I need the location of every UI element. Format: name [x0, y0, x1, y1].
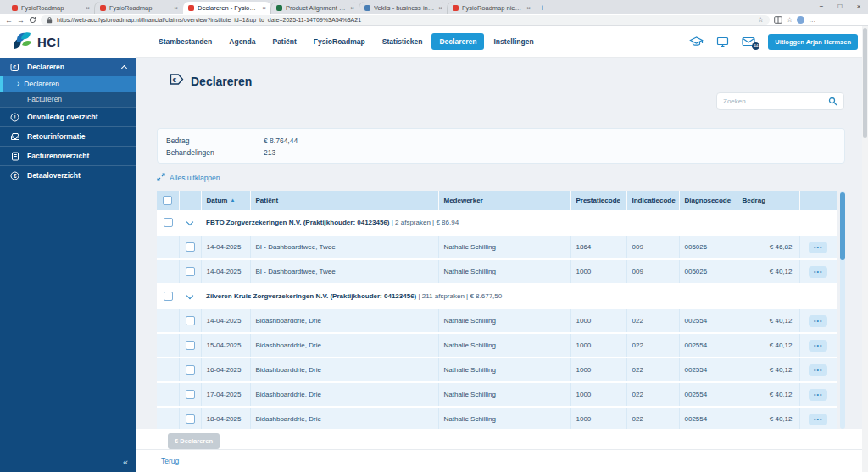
- mail-icon[interactable]: 44: [742, 36, 755, 47]
- nav-item-pati-nt[interactable]: Patiënt: [264, 33, 303, 50]
- sidebar-item-onvolledig-overzicht[interactable]: !Onvolledig overzicht: [0, 107, 136, 126]
- browser-tab-product-alignment-frm-2025-xlsx[interactable]: Product Alignment FRM 2025.xlsx×: [271, 2, 359, 14]
- row-actions-button[interactable]: •••: [809, 414, 827, 425]
- column-header-bedrag[interactable]: Bedrag: [737, 191, 799, 210]
- new-tab-button[interactable]: +: [536, 2, 549, 14]
- collapse-group-icon[interactable]: [186, 292, 193, 299]
- cell-indicatiecode: 009: [626, 235, 679, 259]
- insurer-group-row[interactable]: Zilveren Kruis Zorgverzekeringen N.V. (P…: [157, 284, 837, 308]
- sidebar-subitem-declareren[interactable]: ›Declareren: [0, 76, 136, 92]
- row-checkbox[interactable]: [186, 316, 195, 325]
- row-actions-button[interactable]: •••: [809, 389, 827, 401]
- table-scrollbar[interactable]: [840, 191, 845, 429]
- page-scrollbar[interactable]: [862, 26, 868, 472]
- row-checkbox[interactable]: [186, 242, 195, 252]
- column-header-indicatiecode[interactable]: Indicatiecode: [626, 191, 679, 210]
- cell-indicatiecode: 022: [626, 358, 679, 382]
- window-minimize-button[interactable]: −: [812, 0, 831, 14]
- insurer-group-row[interactable]: FBTO Zorgverzekeringen N.V. (Praktijkhou…: [157, 210, 837, 235]
- cell-diagnosecode: 002554: [679, 358, 737, 382]
- claim-row[interactable]: 14-04-2025BI - Dashboardtwee, TweeNathal…: [157, 235, 837, 259]
- tab-close-icon[interactable]: ×: [350, 4, 354, 12]
- sidebar-item-retourinformatie[interactable]: Retourinformatie: [0, 126, 136, 146]
- tab-close-icon[interactable]: ×: [262, 4, 266, 12]
- row-actions-button[interactable]: •••: [809, 242, 827, 253]
- browser-tab-fysioroadmap[interactable]: FysioRoadmap×: [7, 2, 95, 14]
- url-box[interactable]: https://web-acc.fysioroadmap.nl/financia…: [41, 15, 770, 25]
- table-scrollbar-thumb[interactable]: [840, 192, 845, 260]
- insurer-name: FBTO Zorgverzekeringen N.V. (Praktijkhou…: [206, 219, 390, 226]
- sidebar-item-label: Betaaloverzicht: [27, 171, 81, 180]
- profile-avatar[interactable]: [797, 16, 804, 24]
- claim-row[interactable]: 17-04-2025Bidashboarddrie, DrieNathalie …: [157, 382, 837, 407]
- nav-item-fysioroadmap[interactable]: FysioRoadmap: [306, 33, 373, 50]
- group-expand-cell: [179, 210, 201, 235]
- browser-tab-fysioroadmap-nieuwsbrief-nov[interactable]: FysioRoadmap nieuwsbrief | nov...×: [448, 2, 536, 14]
- split-screen-icon[interactable]: [774, 16, 782, 24]
- url-text[interactable]: https://web-acc.fysioroadmap.nl/financia…: [57, 17, 754, 23]
- row-checkbox[interactable]: [186, 390, 195, 399]
- cell-prestatiecode: 1000: [570, 358, 626, 382]
- favorites-icon[interactable]: ☆: [787, 16, 793, 24]
- row-checkbox[interactable]: [186, 365, 195, 375]
- refresh-icon[interactable]: [29, 16, 36, 24]
- select-all-checkbox[interactable]: [163, 196, 172, 205]
- claims-table: Datum▲PatiëntMedewerkerPrestatiecodeIndi…: [157, 191, 837, 429]
- expand-all-link[interactable]: Alles uitklappen: [157, 173, 220, 183]
- group-meta: | 2 afspraken | € 86,94: [390, 219, 459, 226]
- browser-tab-veklis-business-intelligence-ce[interactable]: Veklis - business intelligence ce...×: [359, 2, 448, 14]
- row-checkbox[interactable]: [186, 267, 195, 276]
- sidebar-item-facturenoverzicht[interactable]: Facturenoverzicht: [0, 146, 136, 165]
- sidebar-subitem-factureren[interactable]: Factureren: [0, 92, 136, 107]
- sidebar-item-betaaloverzicht[interactable]: €Betaaloverzicht: [0, 165, 136, 185]
- logout-button[interactable]: Uitloggen Arjan Hermsen: [768, 34, 858, 50]
- group-checkbox[interactable]: [164, 292, 173, 301]
- svg-text:€: €: [173, 76, 177, 84]
- tab-close-icon[interactable]: ×: [174, 4, 178, 12]
- bookmark-star-icon[interactable]: ☆: [758, 16, 764, 24]
- page-scrollbar-thumb[interactable]: [863, 28, 867, 138]
- nav-item-agenda[interactable]: Agenda: [221, 33, 263, 50]
- tab-close-icon[interactable]: ×: [86, 4, 90, 12]
- claim-row[interactable]: 15-04-2025Bidashboarddrie, DrieNathalie …: [157, 333, 837, 358]
- column-header-pati-nt[interactable]: Patiënt: [250, 191, 438, 210]
- education-icon[interactable]: [689, 36, 704, 47]
- row-actions-button[interactable]: •••: [809, 266, 827, 278]
- row-actions-button[interactable]: •••: [809, 340, 827, 352]
- row-actions-button[interactable]: •••: [809, 315, 827, 327]
- search-icon[interactable]: [828, 94, 837, 109]
- column-header-prestatiecode[interactable]: Prestatiecode: [570, 191, 626, 210]
- sidebar-collapse-button[interactable]: «: [123, 457, 128, 467]
- nav-item-statistieken[interactable]: Statistieken: [375, 33, 431, 50]
- column-header-diagnosecode[interactable]: Diagnosecode: [679, 191, 737, 210]
- nav-item-instellingen[interactable]: Instellingen: [486, 33, 541, 50]
- collapse-group-icon[interactable]: [186, 218, 193, 225]
- cell-diagnosecode: 002554: [679, 333, 737, 358]
- nav-item-declareren[interactable]: Declareren: [431, 33, 484, 50]
- row-checkbox[interactable]: [186, 414, 195, 424]
- column-header-datum[interactable]: Datum▲: [201, 191, 250, 210]
- screen-share-icon[interactable]: [716, 36, 729, 47]
- browser-tab-declareren-fysioroadmap[interactable]: Declareren - FysioRoadmap×: [183, 2, 271, 14]
- nav-item-stambestanden[interactable]: Stambestanden: [151, 33, 220, 50]
- browser-menu-icon[interactable]: …: [809, 16, 815, 24]
- claim-row[interactable]: 18-04-2025Bidashboarddrie, DrieNathalie …: [157, 407, 837, 429]
- group-checkbox[interactable]: [164, 218, 173, 227]
- declare-button[interactable]: € Declareren: [168, 433, 220, 449]
- claim-row[interactable]: 14-04-2025Bidashboarddrie, DrieNathalie …: [157, 308, 837, 333]
- sidebar-item-declareren[interactable]: €Declareren: [0, 58, 136, 76]
- back-icon[interactable]: ←: [5, 15, 13, 25]
- row-actions-button[interactable]: •••: [809, 364, 827, 376]
- column-header-medewerker[interactable]: Medewerker: [438, 191, 570, 210]
- search-input[interactable]: [723, 97, 828, 105]
- row-checkbox[interactable]: [186, 341, 195, 350]
- window-close-button[interactable]: ×: [849, 0, 868, 14]
- tab-close-icon[interactable]: ×: [526, 4, 531, 12]
- tab-close-icon[interactable]: ×: [438, 4, 442, 12]
- claim-row[interactable]: 16-04-2025Bidashboarddrie, DrieNathalie …: [157, 358, 837, 382]
- window-maximize-button[interactable]: □: [831, 0, 849, 14]
- browser-tab-fysioroadmap[interactable]: FysioRoadmap×: [95, 2, 183, 14]
- forward-icon[interactable]: →: [17, 15, 25, 25]
- back-link[interactable]: Terug: [161, 457, 179, 465]
- claim-row[interactable]: 14-04-2025BI - Dashboardtwee, TweeNathal…: [157, 259, 837, 284]
